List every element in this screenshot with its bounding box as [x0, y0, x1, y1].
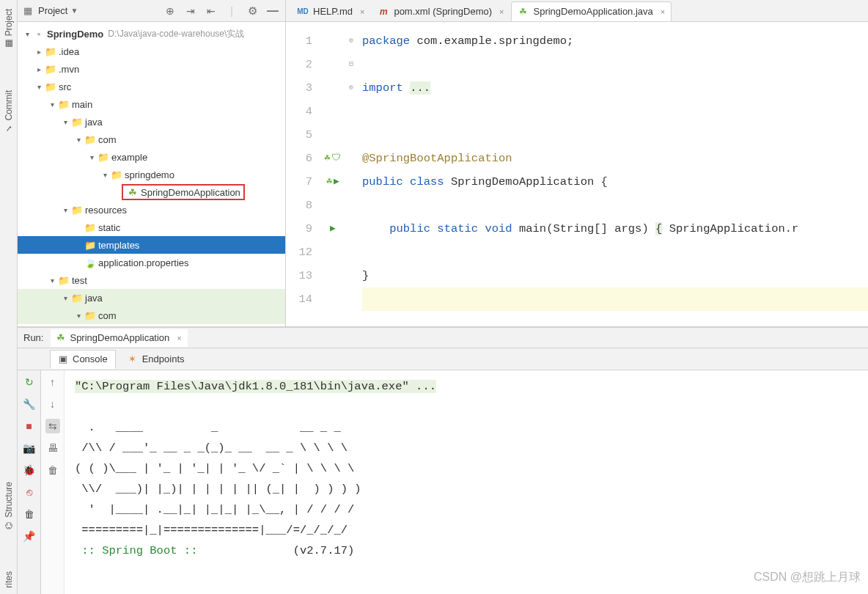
tree-app-props[interactable]: 🍃application.properties: [18, 254, 285, 271]
divider1: |: [224, 5, 240, 17]
close-icon[interactable]: ×: [357, 7, 364, 16]
tab-app[interactable]: ☘SpringDemoApplication.java×: [511, 1, 672, 21]
spring-class-icon: ☘: [126, 187, 139, 198]
spring-gutter-icon[interactable]: ☘: [326, 170, 332, 194]
test-folder-icon: 📁: [70, 293, 84, 304]
folder-icon: 📁: [44, 81, 57, 92]
watermark: CSDN @想跳上月球: [754, 570, 861, 585]
shield-icon[interactable]: 🛡: [331, 147, 341, 170]
run-subtabs: ▣Console ✶Endpoints: [18, 348, 868, 370]
resources-folder-icon: 📁: [70, 205, 84, 216]
package-icon: 📁: [84, 134, 97, 145]
fold-gutter[interactable]: ⊕⊟⊕: [347, 22, 355, 326]
endpoints-tab[interactable]: ✶Endpoints: [120, 350, 192, 369]
run-toolbar-left: ↻ 🔧 ■ 📷 🐞 ⎋ 🗑 📌: [18, 370, 41, 594]
tool-structure-tab[interactable]: ⌬Structure: [3, 476, 15, 537]
spring-gutter-icon[interactable]: ☘: [325, 147, 331, 170]
tree-test-com[interactable]: ▾📁com: [18, 307, 285, 324]
bug-icon[interactable]: 🐞: [22, 463, 37, 477]
code-text[interactable]: package com.example.springdemo; import .…: [355, 22, 868, 326]
tree-test-java[interactable]: ▾📁java: [18, 289, 285, 307]
tree-app-class[interactable]: ☘SpringDemoApplication: [18, 183, 285, 201]
line-numbers: 123456789121314: [286, 22, 318, 326]
src-folder-icon: 📁: [70, 117, 84, 128]
tree-test[interactable]: ▾📁test: [18, 271, 285, 289]
project-tree[interactable]: ▾▪SpringDemoD:\Java\java-code-warehouse\…: [18, 22, 285, 326]
run-panel-header: Run: ☘SpringDemoApplication×: [18, 328, 868, 348]
tab-pom[interactable]: mpom.xml (SpringDemo)×: [371, 1, 510, 21]
spring-icon: ☘: [518, 7, 529, 17]
camera-icon[interactable]: 📷: [22, 441, 37, 455]
tree-templates[interactable]: 📁templates: [18, 236, 285, 254]
tree-example[interactable]: ▾📁example: [18, 148, 285, 166]
project-view-selector[interactable]: Project ▼: [38, 5, 78, 16]
tab-help[interactable]: MDHELP.md×: [290, 1, 371, 21]
tree-resources[interactable]: ▾📁resources: [18, 201, 285, 219]
module-icon: ▪: [32, 29, 45, 40]
tree-root[interactable]: ▾▪SpringDemoD:\Java\java-code-warehouse\…: [18, 25, 285, 43]
md-icon: MD: [297, 7, 309, 15]
up-icon[interactable]: ↑: [45, 375, 60, 389]
folder-icon: 📁: [57, 99, 70, 110]
spring-icon: ☘: [56, 332, 65, 343]
pin-icon[interactable]: 📌: [22, 529, 37, 543]
tree-java[interactable]: ▾📁java: [18, 113, 285, 131]
clear-icon[interactable]: 🗑: [45, 463, 60, 477]
trash-icon[interactable]: 🗑: [22, 507, 37, 521]
package-icon: 📁: [97, 152, 110, 163]
folder-icon: 📁: [84, 222, 97, 233]
console-output[interactable]: "C:\Program Files\Java\jdk1.8.0_181\bin\…: [65, 370, 868, 594]
tree-src[interactable]: ▾📁src: [18, 78, 285, 95]
commit-icon: ✓: [4, 124, 14, 134]
project-icon: ▦: [4, 39, 14, 49]
maven-icon: m: [378, 7, 389, 17]
down-icon[interactable]: ↓: [45, 397, 60, 411]
folder-icon: 📁: [57, 275, 70, 286]
hide-icon[interactable]: —: [265, 4, 281, 18]
locate-icon[interactable]: ⊕: [162, 5, 178, 17]
folder-icon: 📁: [44, 64, 57, 75]
expand-icon[interactable]: ⇥: [183, 5, 199, 17]
tool-favorites-tab[interactable]: rites: [3, 565, 15, 594]
run-toolbar-console: ↑ ↓ ⇆ 🖶 🗑: [41, 370, 65, 594]
project-view-icon: ▦: [22, 5, 34, 16]
folder-icon: 📁: [84, 240, 97, 251]
code-editor[interactable]: 123456789121314 ☘🛡 ☘▶ ▶ ⊕⊟⊕ package com.…: [286, 22, 868, 326]
package-icon: 📁: [84, 310, 97, 321]
console-tab[interactable]: ▣Console: [50, 350, 116, 369]
exit-icon[interactable]: ⎋: [22, 485, 37, 499]
tree-main[interactable]: ▾📁main: [18, 95, 285, 113]
folder-icon: 📁: [44, 46, 57, 57]
tree-static[interactable]: 📁static: [18, 219, 285, 236]
collapse-icon[interactable]: ⇤: [203, 5, 219, 17]
project-panel-header: ▦ Project ▼ ⊕ ⇥ ⇤ | ⚙ —: [18, 0, 285, 22]
wrench-icon[interactable]: 🔧: [22, 397, 37, 411]
tree-mvn[interactable]: ▸📁.mvn: [18, 60, 285, 78]
gear-icon[interactable]: ⚙: [244, 4, 260, 18]
soft-wrap-icon[interactable]: ⇆: [45, 419, 60, 433]
run-gutter-icon[interactable]: ▶: [334, 170, 339, 194]
tree-idea[interactable]: ▸📁.idea: [18, 43, 285, 60]
close-icon[interactable]: ×: [658, 7, 665, 16]
editor-tabs: MDHELP.md× mpom.xml (SpringDemo)× ☘Sprin…: [286, 0, 868, 22]
tool-project-tab[interactable]: ▦Project: [3, 3, 15, 55]
tree-springdemo[interactable]: ▾📁springdemo: [18, 166, 285, 183]
leaf-icon: 🍃: [84, 257, 97, 268]
print-icon[interactable]: 🖶: [45, 441, 60, 455]
close-icon[interactable]: ×: [496, 7, 504, 16]
close-icon[interactable]: ×: [174, 334, 181, 342]
stop-icon[interactable]: ■: [22, 419, 37, 433]
tree-com[interactable]: ▾📁com: [18, 131, 285, 148]
rerun-icon[interactable]: ↻: [22, 375, 37, 389]
gutter-icons: ☘🛡 ☘▶ ▶: [318, 22, 347, 326]
console-icon: ▣: [58, 353, 68, 364]
run-gutter-icon[interactable]: ▶: [330, 217, 336, 241]
package-icon: 📁: [110, 169, 123, 180]
tool-commit-tab[interactable]: ✓Commit: [3, 84, 15, 139]
run-label: Run:: [23, 332, 43, 343]
structure-icon: ⌬: [4, 520, 14, 530]
run-config-tab[interactable]: ☘SpringDemoApplication×: [51, 329, 187, 347]
endpoints-icon: ✶: [128, 353, 138, 364]
